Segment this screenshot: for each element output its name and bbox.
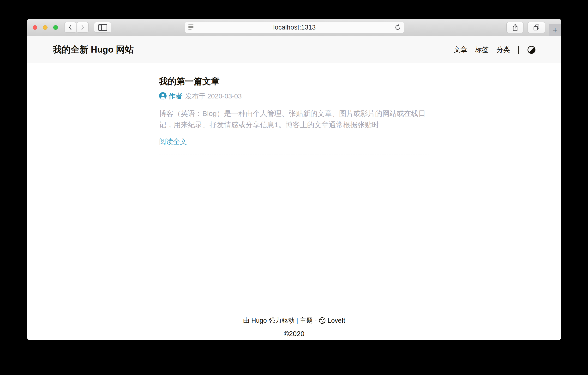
post-summary: 我的第一篇文章 作者 发布于 2020-03-03 [159,76,429,155]
browser-toolbar: localhost:1313 [27,19,561,36]
back-icon [68,24,72,31]
close-button[interactable] [33,25,37,30]
zoom-button[interactable] [53,25,58,30]
share-button[interactable] [506,22,524,33]
post-title[interactable]: 我的第一篇文章 [159,76,429,86]
post-divider [159,155,429,155]
footer-copyright: ©2020 [27,330,561,338]
nav-item-categories[interactable]: 分类 [497,45,510,54]
new-tab-icon: + [553,26,557,35]
footer-theme-link[interactable]: LoveIt [328,317,345,324]
reader-icon[interactable] [189,24,193,30]
footer-powered-line: 由 Hugo 强力驱动 | 主题 - LoveIt [27,316,561,326]
site-title[interactable]: 我的全新 Hugo 网站 [53,44,134,56]
nav-item-posts[interactable]: 文章 [454,45,467,54]
page-main: 我的第一篇文章 作者 发布于 2020-03-03 [27,63,561,316]
post-author-link[interactable]: 作者 [168,91,182,101]
forward-button[interactable] [77,22,89,33]
footer-powered-text: 由 Hugo 强力驱动 | 主题 - [243,317,317,324]
url-text[interactable]: localhost:1313 [185,24,404,31]
nav-divider [518,46,519,54]
tabs-overview-icon [533,24,540,31]
traffic-lights [33,19,58,36]
address-bar[interactable]: localhost:1313 [185,21,404,33]
kiss-wink-heart-icon [318,319,326,326]
author-avatar-icon [159,92,167,101]
back-button[interactable] [64,22,76,33]
share-icon [512,24,518,31]
site-footer: 由 Hugo 强力驱动 | 主题 - LoveIt ©2020 [27,316,561,340]
nav-item-tags[interactable]: 标签 [475,45,489,54]
sidebar-toggle-button[interactable] [94,22,111,33]
sidebar-toggle-icon [98,24,107,31]
browser-window: localhost:1313 [27,19,561,340]
post-published-text: 发布于 2020-03-03 [185,92,242,101]
post-meta: 作者 发布于 2020-03-03 [159,91,429,101]
site-nav: 文章 标签 分类 [454,45,536,54]
theme-toggle-icon[interactable] [527,46,536,54]
forward-icon [81,24,84,31]
new-tab-button[interactable]: + [549,24,561,36]
tabs-overview-button[interactable] [527,22,545,33]
post-excerpt: 博客（英语：Blog）是一种由个人管理、张贴新的文章、图片或影片的网站或在线日记… [159,108,429,130]
minimize-button[interactable] [43,25,48,30]
read-more-link[interactable]: 阅读全文 [159,137,187,147]
refresh-icon[interactable] [395,24,401,32]
site-header: 我的全新 Hugo 网站 文章 标签 分类 [27,36,561,63]
